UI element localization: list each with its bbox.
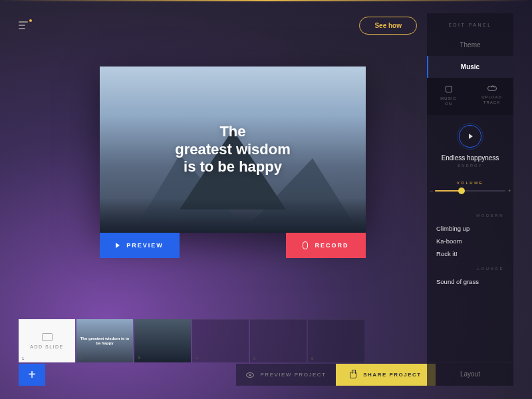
slide-number: 6 [311,356,313,360]
slide-number: 2 [80,356,82,360]
volume-plus-icon[interactable]: + [508,188,511,194]
bottom-bar: + PREVIEW PROJECT SHARE PROJECT [19,364,436,386]
track-list: MODERN Climbing up Ka-boom Rock it! LOUN… [427,201,513,362]
preview-project-label: PREVIEW PROJECT [261,372,327,378]
music-on-label: MUSIC ON [440,96,456,107]
play-icon [116,243,120,248]
edit-panel: EDIT PANEL Theme Music MUSIC ON UPLOAD T… [427,13,513,386]
volume-thumb[interactable] [458,188,465,194]
record-button[interactable]: RECORD [286,233,366,258]
upload-track-button[interactable]: UPLOAD TRACK [470,86,513,107]
add-button[interactable]: + [19,364,45,386]
slide-empty-4[interactable]: 4 [192,319,249,362]
preview-button[interactable]: PREVIEW [100,233,180,258]
slide-empty-6[interactable]: 6 [308,319,364,362]
canvas-preview: The greatest wisdom is to be happy [100,66,366,233]
panel-title: EDIT PANEL [427,13,513,34]
tab-layout[interactable]: Layout [427,362,513,386]
current-track-name: Endless happyness [435,154,505,162]
notification-dot-icon [29,19,32,22]
top-accent-bar [0,0,532,1]
share-icon [350,372,356,378]
add-slide-label: ADD SLIDE [30,344,63,349]
slide-frame-icon [42,333,53,341]
timeline: ADD SLIDE 1 The greatest wisdom is to be… [19,319,436,362]
play-icon [469,134,473,139]
slide-headline: The greatest wisdom is to be happy [175,123,291,176]
music-controls: MUSIC ON UPLOAD TRACK [427,78,513,115]
play-track-button[interactable] [459,125,481,148]
slide-number: 4 [196,356,198,360]
track-group-label: LOUNGE [436,267,504,271]
see-how-button[interactable]: See how [359,17,417,35]
cloud-upload-icon [487,86,497,91]
slide-thumb-2[interactable]: The greatest wisdom is to be happy 2 [76,319,133,362]
track-group-label: MODERN [436,213,504,217]
volume-minus-icon[interactable]: − [430,188,433,194]
energy-label: ENERGY [435,164,505,168]
track-item[interactable]: Rock it! [436,247,504,260]
share-project-label: SHARE PROJECT [363,372,422,378]
music-on-toggle[interactable]: MUSIC ON [427,86,470,107]
slide-thumb-text: The greatest wisdom is to be happy [76,336,133,345]
spacer [45,364,236,386]
preview-project-button[interactable]: PREVIEW PROJECT [236,364,336,386]
canvas-actions: PREVIEW RECORD [100,233,366,258]
slide-thumb-3[interactable]: 3 [134,319,191,362]
mic-icon [303,241,308,249]
tab-theme[interactable]: Theme [427,34,513,56]
volume-fill [435,190,462,192]
eye-icon [246,372,254,378]
volume-control: VOLUME − + [427,178,513,201]
record-label: RECORD [315,242,348,249]
speaker-icon [446,86,452,92]
track-player: Endless happyness ENERGY [427,115,513,178]
slide-number: 1 [22,356,25,360]
add-slide-button[interactable]: ADD SLIDE 1 [19,319,75,362]
share-project-button[interactable]: SHARE PROJECT [336,364,436,386]
volume-label: VOLUME [435,181,505,185]
slide-number: 3 [138,356,140,360]
preview-label: PREVIEW [126,242,164,249]
upload-track-label: UPLOAD TRACK [481,94,502,106]
track-item[interactable]: Climbing up [436,222,504,235]
slide-empty-5[interactable]: 5 [250,319,307,362]
slide-number: 5 [253,356,255,360]
track-item[interactable]: Ka-boom [436,235,504,247]
menu-icon[interactable] [19,21,31,31]
volume-slider[interactable]: − + [435,190,505,192]
tab-music[interactable]: Music [427,56,513,78]
panel-tabs: Theme Music [427,34,513,78]
track-item[interactable]: Sound of grass [436,275,504,288]
